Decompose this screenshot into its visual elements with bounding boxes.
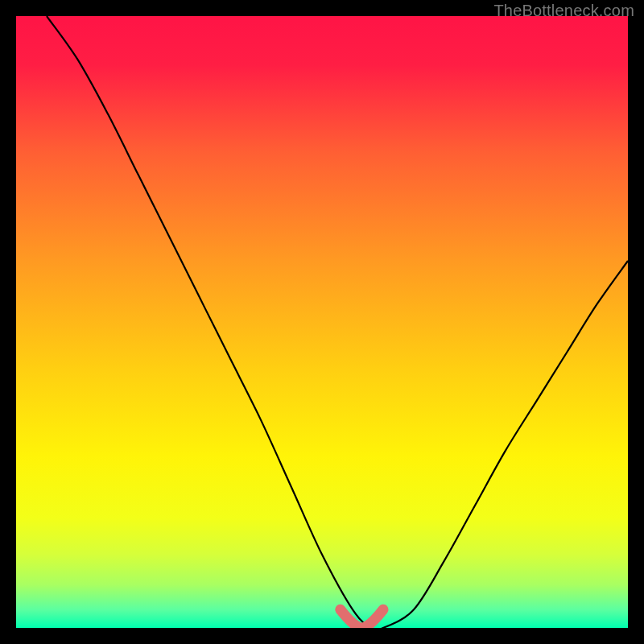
watermark-text: TheBottleneck.com	[493, 2, 634, 20]
curve-path	[47, 16, 628, 628]
plot-area	[16, 16, 628, 628]
bottleneck-curve	[16, 16, 628, 628]
highlight-segment	[341, 609, 383, 628]
chart-frame: TheBottleneck.com	[0, 0, 644, 644]
